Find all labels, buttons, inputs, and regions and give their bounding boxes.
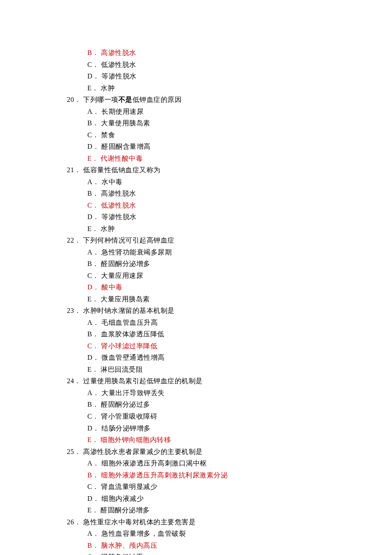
option-letter: D．	[87, 422, 100, 434]
question-text: 急性重症水中毒对机体的主要危害是	[83, 518, 196, 526]
option-letter: D．	[87, 493, 100, 505]
option-text: 细胞外钾向细胞内转移	[101, 436, 171, 443]
option-text: 大量使用胰岛素	[101, 119, 150, 127]
question-stem: 21． 低容量性低钠血症又称为	[58, 164, 341, 176]
option-text: 低渗性脱水	[101, 61, 136, 68]
option-line: B． 血浆胶体渗透压降低	[58, 328, 341, 340]
option-line: C． 肾脏负担过重	[58, 551, 341, 555]
option-text: 高渗性脱水	[101, 190, 136, 197]
option-line: D． 等渗性脱水	[58, 211, 341, 223]
option-text: 醛固酮含量增高	[101, 143, 151, 150]
option-text: 肾小管重吸收障碍	[101, 413, 157, 420]
option-text: 肾脏负担过重	[101, 553, 143, 555]
question-number: 23．	[67, 305, 81, 317]
option-line: A． 急性肾功能衰竭多尿期	[58, 246, 341, 258]
option-text: 等渗性脱水	[101, 213, 137, 220]
option-line: A． 急性血容量增多，血管破裂	[58, 528, 341, 540]
option-line: B． 脑水肿、颅内高压	[58, 540, 341, 552]
option-line: B． 醛固酮分泌过多	[58, 399, 341, 410]
option-line: C． 肾血流量明显减少	[58, 481, 341, 493]
option-line: E． 水肿	[58, 82, 341, 94]
option-letter: C．	[87, 340, 99, 352]
option-text: 大量应用胰岛素	[101, 295, 150, 303]
option-line: E． 细胞外钾向细胞内转移	[58, 434, 341, 446]
option-text: 代谢性酸中毒	[101, 155, 143, 162]
question-stem: 25． 高渗性脱水患者尿量减少的主要机制是	[58, 446, 341, 458]
option-letter: C．	[87, 410, 99, 422]
option-letter: D．	[87, 211, 100, 223]
option-line: B． 高渗性脱水	[58, 47, 341, 59]
option-text: 血浆胶体渗透压降低	[101, 330, 164, 338]
option-line: C． 肾小球滤过率降低	[58, 340, 341, 352]
option-line: E． 淋巴回流受阻	[58, 364, 341, 376]
option-letter: D．	[87, 141, 100, 153]
option-line: E． 水肿	[58, 223, 341, 235]
option-line: D． 微血管壁通透性增高	[58, 352, 341, 364]
option-text: 细胞外液渗透压升高刺激抗利尿激素分泌	[101, 471, 228, 479]
option-line: D． 酸中毒	[58, 281, 341, 293]
option-letter: A．	[87, 457, 100, 469]
question-number: 25．	[67, 446, 81, 458]
option-text: 大量出汗导致钾丢失	[101, 389, 165, 396]
option-text: 急性血容量增多，血管破裂	[101, 530, 186, 537]
option-text: 水肿	[101, 225, 115, 232]
option-letter: B．	[87, 399, 99, 410]
option-letter: D．	[87, 352, 100, 364]
option-line: E． 代谢性酸中毒	[58, 153, 341, 165]
option-text: 肾小球滤过率降低	[101, 342, 157, 350]
option-letter: B．	[87, 258, 99, 270]
option-line: E． 大量应用胰岛素	[58, 293, 341, 305]
option-text: 肾血流量明显减少	[101, 483, 157, 490]
option-letter: E．	[87, 153, 99, 165]
option-letter: E．	[87, 223, 99, 235]
option-text: 毛细血管血压升高	[101, 319, 158, 326]
question-stem: 26． 急性重症水中毒对机体的主要危害是	[58, 516, 341, 528]
option-line: A． 细胞外液渗透压升高刺激口渴中枢	[58, 457, 341, 469]
option-text: 细胞外液渗透压升高刺激口渴中枢	[101, 460, 207, 467]
option-line: C． 禁食	[58, 129, 341, 141]
question-text: 过量使用胰岛素引起低钾血症的机制是	[83, 377, 203, 384]
question-number: 24．	[67, 375, 81, 387]
question-stem: 20． 下列哪一项不是低钾血症的原因	[58, 94, 341, 106]
option-letter: C．	[87, 199, 99, 211]
option-letter: A．	[87, 176, 100, 188]
option-letter: C．	[87, 129, 99, 141]
option-letter: C．	[87, 59, 99, 71]
option-text: 醛固酮分泌增多	[101, 506, 150, 514]
question-number: 20．	[67, 94, 81, 106]
option-letter: B．	[87, 117, 99, 129]
question-number: 22．	[67, 234, 81, 246]
question-text-bold: 不是	[118, 96, 133, 103]
option-text: 低渗性脱水	[101, 202, 136, 209]
question-number: 21．	[67, 164, 81, 176]
option-letter: C．	[87, 270, 99, 282]
option-text: 水肿	[101, 84, 115, 92]
option-letter: A．	[87, 317, 100, 329]
option-line: C． 低渗性脱水	[58, 199, 341, 211]
option-text: 急性肾功能衰竭多尿期	[101, 249, 172, 256]
option-letter: A．	[87, 106, 100, 118]
option-text: 水中毒	[101, 178, 123, 185]
option-line: D． 等渗性脱水	[58, 70, 341, 82]
document-page: B． 高渗性脱水 C． 低渗性脱水 D． 等渗性脱水 E． 水肿 20． 下列哪…	[0, 0, 392, 555]
option-letter: D．	[87, 70, 100, 82]
question-text: 水肿时钠水潴留的基本机制是	[83, 307, 175, 314]
question-stem: 23． 水肿时钠水潴留的基本机制是	[58, 305, 341, 317]
option-line: B． 高渗性脱水	[58, 188, 341, 199]
option-line: B． 醛固酮分泌增多	[58, 258, 341, 270]
option-letter: E．	[87, 434, 99, 446]
option-line: D． 结肠分泌钾增多	[58, 422, 341, 434]
question-text: 低容量性低钠血症又称为	[83, 166, 161, 173]
option-text: 脑水肿、颅内高压	[101, 542, 157, 549]
option-letter: B．	[87, 540, 99, 552]
option-letter: B．	[87, 47, 99, 59]
option-letter: B．	[87, 328, 99, 340]
question-text: 下列何种情况可引起高钾血症	[83, 237, 175, 244]
option-line: A． 水中毒	[58, 176, 341, 188]
option-line: B． 大量使用胰岛素	[58, 117, 341, 129]
option-text: 醛固酮分泌过多	[101, 401, 150, 408]
question-stem: 22． 下列何种情况可引起高钾血症	[58, 234, 341, 246]
option-text: 高渗性脱水	[101, 49, 136, 56]
option-text: 酸中毒	[101, 283, 123, 291]
option-line: E． 醛固酮分泌增多	[58, 504, 341, 516]
